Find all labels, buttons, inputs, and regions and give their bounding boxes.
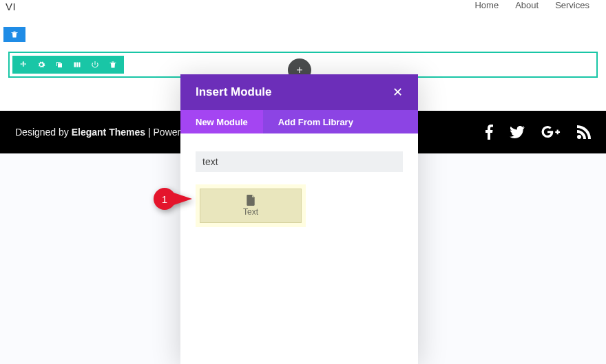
site-logo[interactable]: VI xyxy=(6,0,16,12)
row-toolbar[interactable] xyxy=(12,56,124,74)
modal-title: Insert Module xyxy=(196,85,272,99)
duplicate-icon[interactable] xyxy=(55,61,63,69)
social-icons xyxy=(485,125,591,140)
footer-text: Designed by Elegant Themes | Powered by xyxy=(15,127,204,138)
nav-home[interactable]: Home xyxy=(474,0,499,10)
gear-icon[interactable] xyxy=(37,61,45,69)
modal-body: Text xyxy=(180,133,418,364)
facebook-icon[interactable] xyxy=(485,125,493,140)
modal-tabs: New Module Add From Library xyxy=(180,110,418,133)
footer-prefix: Designed by xyxy=(15,127,72,138)
section-delete-button[interactable] xyxy=(3,27,25,42)
nav-about[interactable]: About xyxy=(515,0,539,10)
power-icon[interactable] xyxy=(91,61,99,69)
footer-brand[interactable]: Elegant Themes xyxy=(72,127,145,138)
annotation-callout: 1 xyxy=(154,188,176,210)
trash-icon[interactable] xyxy=(109,61,117,69)
nav-links: Home About Services xyxy=(474,0,589,10)
modal-header[interactable]: Insert Module ✕ xyxy=(180,74,418,110)
tab-new-module[interactable]: New Module xyxy=(180,110,263,133)
module-text-label: Text xyxy=(243,207,258,217)
move-icon[interactable] xyxy=(19,61,28,69)
annotation-number: 1 xyxy=(154,188,176,210)
nav-services[interactable]: Services xyxy=(555,0,589,10)
text-module-icon xyxy=(246,195,255,206)
tab-add-from-library[interactable]: Add From Library xyxy=(263,110,368,133)
insert-module-modal: Insert Module ✕ New Module Add From Libr… xyxy=(180,74,418,364)
module-text-tile[interactable]: Text xyxy=(200,189,302,223)
top-nav: VI Home About Services xyxy=(0,0,606,19)
module-search-input[interactable] xyxy=(196,151,403,172)
module-highlight: Text xyxy=(196,184,306,227)
google-plus-icon[interactable] xyxy=(541,126,561,138)
rss-icon[interactable] xyxy=(577,125,591,139)
close-icon[interactable]: ✕ xyxy=(393,85,403,100)
trash-icon xyxy=(10,30,19,39)
columns-icon[interactable] xyxy=(73,61,81,69)
twitter-icon[interactable] xyxy=(510,126,525,138)
